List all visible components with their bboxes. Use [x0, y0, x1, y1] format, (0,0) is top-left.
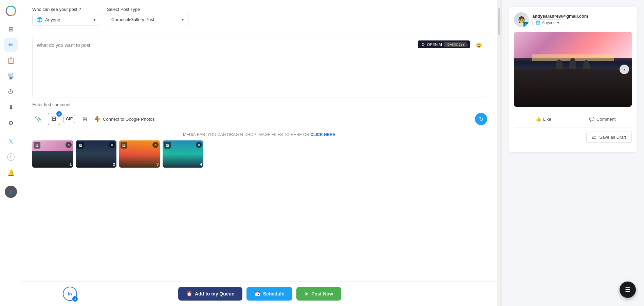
preview-email: andysarahrew@gmail.com: [532, 14, 632, 19]
scrollbar-thumb[interactable]: [498, 8, 500, 35]
sidebar-item-compose[interactable]: ✏: [4, 38, 18, 52]
visibility-chevron: ▾: [93, 17, 96, 22]
save-draft-area: 🗃 Save as Draft: [514, 128, 632, 147]
sidebar-item-bell[interactable]: 🔔: [4, 166, 18, 180]
queue-label: Add to my Queue: [195, 291, 234, 296]
remove-image-3-btn[interactable]: ✕: [152, 142, 159, 148]
click-here-link[interactable]: CLICK HERE: [310, 132, 335, 137]
google-photos-icon: [94, 116, 101, 122]
preview-panel: 👩 in andysarahrew@gmail.com 🌐 Anyone ▾: [501, 0, 644, 306]
image-thumb-1: ✕ 🖼 1: [32, 140, 73, 168]
schedule-icon: 📅: [255, 291, 260, 296]
image-number-3: 3: [157, 162, 159, 166]
main-content: Who can see your post ? 🌐 Anyone ▾ Selec…: [22, 0, 497, 306]
post-textarea[interactable]: [37, 42, 483, 90]
remove-image-4-btn[interactable]: ✕: [196, 142, 202, 148]
layout-icon: ⊞: [82, 116, 87, 122]
openai-label: OPEN AI: [427, 42, 442, 47]
preview-next-btn[interactable]: ›: [620, 65, 629, 74]
sidebar-item-analytics[interactable]: ⏱: [4, 85, 18, 99]
spin-btn[interactable]: ↻: [475, 113, 487, 125]
compose-icon: ✏: [8, 41, 14, 49]
like-btn[interactable]: 👍 Like: [514, 115, 573, 124]
attachment-btn[interactable]: 📎: [32, 113, 44, 125]
add-to-queue-button[interactable]: ⏰ Add to my Queue: [178, 287, 242, 301]
emoji-btn[interactable]: 😊: [474, 40, 483, 50]
linkedin-avatar-badge: in: [523, 22, 529, 27]
post-type-group: Select Post Type Carousel/Gallery Post ▾: [107, 7, 188, 26]
bell-icon: 🔔: [7, 169, 15, 176]
sidebar-item-dashboard[interactable]: ⊞: [4, 22, 18, 36]
post-now-label: Post Now: [311, 291, 333, 296]
preview-header: 👩 in andysarahrew@gmail.com 🌐 Anyone ▾: [514, 12, 632, 27]
save-draft-label: Save as Draft: [599, 135, 626, 140]
comment-btn[interactable]: 💬 Comment: [573, 115, 632, 124]
visibility-value: Anyone: [45, 17, 60, 22]
sidebar-item-download[interactable]: ⬇: [4, 101, 18, 114]
preview-visibility-select[interactable]: 🌐 Anyone ▾: [532, 19, 562, 26]
remove-image-1-btn[interactable]: ✕: [66, 142, 72, 148]
editor-icons: # 😊: [462, 40, 483, 50]
preview-card: 👩 in andysarahrew@gmail.com 🌐 Anyone ▾: [509, 7, 637, 152]
sidebar-item-articles[interactable]: 📋: [4, 54, 18, 67]
remove-image-2-btn[interactable]: ✕: [109, 142, 115, 148]
visibility-select[interactable]: 🌐 Anyone ▾: [32, 14, 100, 26]
spin-icon: ↻: [479, 116, 483, 122]
image-icon-3: 🖼: [121, 142, 127, 149]
post-icon: ➤: [305, 291, 309, 296]
footer-bar: in 4 ⏰ Add to my Queue 📅 Schedule ➤ Post…: [22, 281, 497, 306]
visibility-group: Who can see your post ? 🌐 Anyone ▾: [32, 7, 100, 26]
sidebar-item-info[interactable]: i: [4, 150, 18, 164]
hashtag-btn[interactable]: #: [462, 40, 472, 50]
paperclip-icon: 📎: [35, 116, 42, 122]
avatar-initials: 👤: [9, 190, 13, 194]
image-icon-1: 🖼: [34, 142, 40, 149]
sidebar-item-twitter[interactable]: 𝕏: [4, 135, 18, 148]
visibility-globe-icon: 🌐: [535, 20, 540, 25]
first-comment-label: Enter first comment: [32, 102, 487, 107]
sidebar-item-settings[interactable]: ⚙: [4, 116, 18, 130]
save-draft-button[interactable]: 🗃 Save as Draft: [586, 132, 632, 143]
post-options-row: Who can see your post ? 🌐 Anyone ▾ Selec…: [32, 7, 487, 26]
text-editor-container: ⚙ OPEN AI Tokens: 192 # 😊: [32, 37, 487, 98]
download-icon: ⬇: [8, 104, 14, 111]
post-type-value: Carousel/Gallery Post: [111, 17, 154, 22]
editor-area: Who can see your post ? 🌐 Anyone ▾ Selec…: [22, 0, 497, 281]
preview-image-container: ›: [514, 32, 632, 107]
preview-user-info: andysarahrew@gmail.com 🌐 Anyone ▾: [532, 14, 632, 26]
schedule-button[interactable]: 📅 Schedule: [246, 287, 292, 301]
queue-icon: ⏰: [186, 291, 192, 296]
layout-btn[interactable]: ⊞: [78, 113, 91, 125]
image-thumb-2: ✕ 🖼 2: [76, 140, 116, 168]
app-logo[interactable]: [4, 4, 18, 18]
gif-btn[interactable]: GIF: [63, 115, 75, 123]
image-thumb-3: ✕ 🖼 3: [119, 140, 160, 168]
image-grid: ✕ 🖼 1 ✕ 🖼 2 ✕ 🖼 3: [32, 140, 487, 168]
post-type-chevron: ▾: [182, 17, 184, 22]
analytics-icon: ⏱: [8, 88, 14, 96]
sidebar-item-feed[interactable]: 📡: [4, 69, 18, 83]
image-icon: 🖼: [51, 116, 57, 122]
post-type-label: Select Post Type: [107, 7, 188, 12]
media-bar-text: MEDIA BAR: YOU CAN DRAG-N-DROP IMAGE FIL…: [32, 132, 487, 137]
info-icon: i: [7, 153, 15, 161]
image-icon-2: 🖼: [77, 142, 84, 149]
audience-scene: [514, 69, 632, 107]
comment-label: Comment: [596, 117, 615, 122]
like-icon: 👍: [536, 117, 541, 122]
comment-icon: 💬: [589, 117, 594, 122]
feed-icon: 📡: [7, 72, 15, 80]
sidebar: ⊞ ✏ 📋 📡 ⏱ ⬇ ⚙ 𝕏 i 🔔 👤: [0, 0, 22, 306]
post-type-select[interactable]: Carousel/Gallery Post ▾: [107, 14, 188, 25]
image-btn[interactable]: 🖼 4: [48, 113, 60, 125]
dashboard-icon: ⊞: [8, 26, 14, 33]
menu-fab[interactable]: ☰: [620, 282, 636, 298]
menu-icon: ☰: [625, 286, 630, 293]
visibility-label: Who can see your post ?: [32, 7, 100, 12]
google-photos-btn[interactable]: Connect to Google Photos: [94, 116, 155, 122]
linkedin-badge[interactable]: in 4: [63, 287, 77, 301]
media-toolbar: 📎 🖼 4 GIF ⊞ Connect to Google Photos: [32, 110, 487, 128]
post-now-button[interactable]: ➤ Post Now: [296, 287, 341, 301]
image-count-badge: 4: [56, 111, 62, 117]
user-avatar[interactable]: 👤: [5, 186, 17, 198]
